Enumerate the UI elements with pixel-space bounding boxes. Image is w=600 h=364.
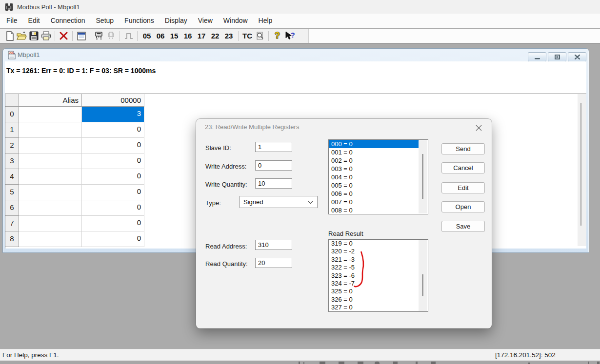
- test-center-button[interactable]: [254, 30, 266, 42]
- list-item[interactable]: 005 = 0: [329, 181, 428, 190]
- alias-cell[interactable]: [19, 169, 82, 185]
- dialog-close-button[interactable]: [472, 123, 485, 133]
- listbox-scrollbar[interactable]: [419, 240, 427, 311]
- grid-vertical-scrollbar[interactable]: [578, 94, 586, 246]
- menu-setup[interactable]: Setup: [91, 14, 120, 28]
- single-poll-button[interactable]: [122, 30, 135, 42]
- save-button[interactable]: [28, 30, 40, 42]
- send-button[interactable]: Send: [441, 143, 485, 154]
- write-values-listbox[interactable]: 000 = 0 001 = 0 002 = 0 003 = 0 004 = 0 …: [328, 139, 428, 214]
- list-item[interactable]: 323 = -6: [329, 272, 428, 280]
- row-header[interactable]: 6: [5, 200, 19, 216]
- print-button[interactable]: [40, 30, 52, 42]
- edit-button[interactable]: Edit: [441, 182, 485, 193]
- type-dropdown[interactable]: Signed: [240, 196, 318, 208]
- value-cell[interactable]: 0: [82, 138, 144, 153]
- alias-cell[interactable]: [19, 153, 82, 169]
- row-header[interactable]: 7: [5, 216, 19, 231]
- listbox-scrollbar[interactable]: [419, 140, 427, 213]
- row-header[interactable]: 3: [5, 153, 19, 169]
- menu-functions[interactable]: Functions: [119, 14, 160, 28]
- alias-cell[interactable]: [19, 185, 82, 200]
- alias-cell[interactable]: [19, 231, 82, 247]
- list-item[interactable]: 007 = 0: [329, 198, 428, 206]
- minimize-button[interactable]: [528, 52, 546, 62]
- menu-view[interactable]: View: [193, 14, 218, 28]
- menu-connection[interactable]: Connection: [45, 14, 91, 28]
- read-result-listbox[interactable]: 319 = 0 320 = -2 321 = -3 322 = -5 323 =…: [328, 239, 428, 312]
- value-cell[interactable]: 0: [82, 185, 144, 200]
- row-header[interactable]: 2: [5, 138, 19, 153]
- child-title-bar[interactable]: [3, 49, 589, 61]
- list-item[interactable]: 325 = 0: [329, 287, 428, 295]
- scrollbar-thumb[interactable]: [422, 154, 423, 199]
- value-cell[interactable]: 0: [82, 231, 144, 247]
- grid-corner-cell[interactable]: [5, 94, 19, 107]
- help-button[interactable]: ?: [271, 30, 283, 42]
- new-file-button[interactable]: [3, 30, 16, 42]
- menu-file[interactable]: File: [1, 14, 23, 28]
- row-header[interactable]: 1: [5, 122, 19, 138]
- setup-window-button[interactable]: [75, 30, 87, 42]
- context-help-button[interactable]: ?: [283, 30, 296, 42]
- red-x-button[interactable]: [58, 30, 70, 42]
- list-item[interactable]: 006 = 0: [329, 190, 428, 198]
- slave-id-input[interactable]: [255, 142, 292, 152]
- alias-column-header[interactable]: Alias: [19, 94, 82, 107]
- list-item[interactable]: 324 = -7: [329, 280, 428, 287]
- alias-cell[interactable]: [19, 216, 82, 231]
- save-button[interactable]: Save: [441, 221, 485, 232]
- menu-window[interactable]: Window: [218, 14, 253, 28]
- list-item[interactable]: 326 = 0: [329, 296, 428, 304]
- open-button[interactable]: Open: [441, 201, 485, 212]
- value-cell-selected[interactable]: 3: [82, 107, 144, 122]
- scrollbar-thumb[interactable]: [580, 103, 581, 226]
- list-item[interactable]: 008 = 0: [329, 206, 428, 214]
- function-05-button[interactable]: 05: [140, 32, 154, 40]
- value-cell[interactable]: 0: [82, 122, 144, 138]
- list-item-selected[interactable]: 000 = 0: [329, 140, 419, 148]
- read-quantity-input[interactable]: [255, 258, 292, 268]
- write-address-input[interactable]: [255, 160, 292, 171]
- row-header[interactable]: 8: [5, 231, 19, 247]
- function-22-button[interactable]: 22: [208, 32, 222, 40]
- value-cell[interactable]: 0: [82, 153, 144, 169]
- cancel-button[interactable]: Cancel: [441, 162, 485, 173]
- disconnect-button[interactable]: [105, 30, 117, 42]
- write-quantity-input[interactable]: [255, 178, 292, 189]
- function-15-button[interactable]: 15: [167, 32, 181, 40]
- row-header[interactable]: 4: [5, 169, 19, 185]
- list-item[interactable]: 003 = 0: [329, 165, 428, 173]
- alias-cell[interactable]: [19, 122, 82, 138]
- menu-help[interactable]: Help: [253, 14, 278, 28]
- value-column-header[interactable]: 00000: [82, 94, 144, 107]
- function-17-button[interactable]: 17: [195, 32, 208, 40]
- read-address-input[interactable]: [255, 240, 292, 250]
- function-16-button[interactable]: 16: [181, 32, 195, 40]
- tc-button[interactable]: TC: [241, 32, 254, 40]
- list-item[interactable]: 001 = 0: [329, 148, 428, 156]
- scrollbar-thumb[interactable]: [422, 274, 423, 296]
- menu-edit[interactable]: Edit: [23, 14, 45, 28]
- list-item[interactable]: 320 = -2: [329, 248, 428, 255]
- function-06-button[interactable]: 06: [154, 32, 167, 40]
- list-item[interactable]: 004 = 0: [329, 173, 428, 181]
- list-item[interactable]: 327 = 0: [329, 304, 428, 311]
- list-item[interactable]: 321 = -3: [329, 256, 428, 264]
- value-cell[interactable]: 0: [82, 200, 144, 216]
- list-item[interactable]: 002 = 0: [329, 156, 428, 165]
- list-item[interactable]: 322 = -5: [329, 264, 428, 271]
- function-23-button[interactable]: 23: [222, 32, 236, 40]
- menu-display[interactable]: Display: [160, 14, 193, 28]
- close-button[interactable]: [568, 52, 586, 62]
- row-header[interactable]: 5: [5, 185, 19, 200]
- list-item[interactable]: 319 = 0: [329, 240, 428, 248]
- alias-cell[interactable]: [19, 138, 82, 153]
- alias-cell[interactable]: [19, 107, 82, 122]
- value-cell[interactable]: 0: [82, 169, 144, 185]
- row-header[interactable]: 0: [5, 107, 19, 122]
- value-cell[interactable]: 0: [82, 216, 144, 231]
- main-title-bar[interactable]: Modbus Poll - Mbpoll1: [0, 0, 600, 14]
- maximize-button[interactable]: [548, 52, 566, 62]
- alias-cell[interactable]: [19, 200, 82, 216]
